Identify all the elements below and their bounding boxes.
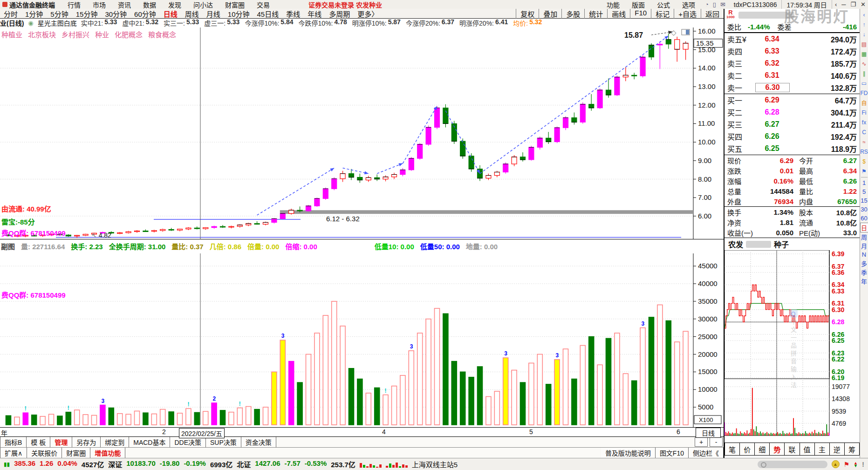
toolbar-button-扩展∧[interactable]: 扩展∧ <box>0 448 27 458</box>
menu-item-交易[interactable]: 交易 <box>251 0 276 9</box>
menu-item-功能[interactable]: 功能 <box>601 0 626 9</box>
edge-period-30[interactable]: 30 <box>861 205 868 214</box>
edge-icon-1[interactable]: ↑ <box>860 20 868 29</box>
concept-tag-种业[interactable]: 种业 <box>95 29 109 39</box>
period-tab-多周期[interactable]: 多周期 <box>325 9 354 19</box>
chart-tool-多股[interactable]: 多股 <box>561 9 584 19</box>
menu-item-版面[interactable]: 版面 <box>626 0 651 9</box>
edge-icon-14[interactable]: RS <box>860 147 868 157</box>
quote-tab-价[interactable]: 价 <box>740 443 755 456</box>
volume-chart[interactable]: 4500040000350003000025000200001500010000… <box>0 253 724 427</box>
edge-icon-11[interactable]: fx <box>860 117 868 127</box>
edge-period-60[interactable]: 60 <box>861 214 868 223</box>
edge-icon-7[interactable]: ▭ <box>860 78 868 88</box>
menu-item-数据[interactable]: 数据 <box>137 0 162 9</box>
period-tab-更多〉[interactable]: 更多〉 <box>354 9 382 19</box>
period-tab-分时[interactable]: 分时 <box>0 9 21 19</box>
edge-icon-13[interactable]: ≈ <box>860 137 868 147</box>
chart-tool-F10[interactable]: F10 <box>630 9 651 19</box>
edge-icon-10[interactable]: Fi <box>860 108 868 117</box>
edge-icon-5[interactable]: ∿ <box>860 59 868 68</box>
toolbar-button-关联报价[interactable]: 关联报价 <box>27 448 62 458</box>
period-tab-10分钟[interactable]: 10分钟 <box>224 9 253 19</box>
concept-tag-化肥概念[interactable]: 化肥概念 <box>115 29 143 39</box>
period-tab-年线[interactable]: 年线 <box>304 9 325 19</box>
toolbar-button-另存为[interactable]: 另存为 <box>72 437 101 447</box>
chart-tool-复权[interactable]: 复权 <box>516 9 539 19</box>
quote-tab-筹[interactable]: 筹 <box>845 443 860 456</box>
edge-period-周[interactable]: 周 <box>861 232 868 241</box>
chart-tool-画线[interactable]: 画线 <box>607 9 630 19</box>
menubar-icon-2[interactable]: ✉ <box>720 1 725 8</box>
toolbar-button-MACD基本[interactable]: MACD基本 <box>129 437 170 447</box>
quote-tab-联[interactable]: 联 <box>785 443 800 456</box>
edge-period-年[interactable]: 年 <box>861 277 868 286</box>
chart-tool-返回[interactable]: 返回 <box>701 9 724 19</box>
menu-item-问小达[interactable]: 问小达 <box>187 0 219 9</box>
concept-tag-乡村振兴[interactable]: 乡村振兴 <box>62 29 89 39</box>
candlestick-chart[interactable]: 6.12 - 6.3215.87◇16.0015.0014.0013.0012.… <box>0 27 724 239</box>
edge-icon-2[interactable]: ↓ <box>860 29 868 39</box>
period-tab-30分钟[interactable]: 30分钟 <box>101 9 130 19</box>
concept-tag-粮食概念[interactable]: 粮食概念 <box>148 29 176 39</box>
quote-tab-笔[interactable]: 笔 <box>724 443 740 456</box>
volume-pane[interactable]: 费QQ群: 678150499 450004000035000300002500… <box>0 253 724 427</box>
toolbar-button-指标B[interactable]: 指标B <box>0 437 27 447</box>
menu-item-行情[interactable]: 行情 <box>62 0 87 9</box>
toolbar-button-DDE决策[interactable]: DDE决策 <box>170 437 206 447</box>
menu-item-市场[interactable]: 市场 <box>87 0 112 9</box>
toolbar-button-增值功能[interactable]: 增值功能 <box>90 448 125 458</box>
maximize-button[interactable]: ❐ <box>850 1 856 8</box>
concept-tag-北京板块[interactable]: 北京板块 <box>28 29 56 39</box>
edge-period-15[interactable]: 15 <box>861 196 868 205</box>
edge-icon-16[interactable]: ⚑ <box>860 166 868 176</box>
edge-icon-9[interactable]: 自 <box>860 98 868 108</box>
search-input[interactable] <box>758 461 827 468</box>
toolbar-button-绑定到[interactable]: 绑定到 <box>101 437 129 447</box>
edge-icon-12[interactable]: C <box>860 127 868 137</box>
edge-period-N[interactable]: N <box>861 250 868 259</box>
quote-tab-细[interactable]: 细 <box>755 443 770 456</box>
edge-icon-4[interactable]: ▦ <box>860 49 868 59</box>
period-tab-45日线[interactable]: 45日线 <box>253 9 283 19</box>
period-tab-1分钟[interactable]: 1分钟 <box>21 9 47 19</box>
updown-icon[interactable]: ▲▼ <box>854 462 858 467</box>
edge-icon-8[interactable]: FD <box>860 88 868 98</box>
flag-icon[interactable]: ⚑ <box>844 461 850 468</box>
toolbar-button-财富圈[interactable]: 财富圈 <box>62 448 90 458</box>
period-box[interactable]: 日线 <box>696 428 721 438</box>
period-tab-60分钟[interactable]: 60分钟 <box>130 9 160 19</box>
toolbar-button-管理[interactable]: 管理 <box>50 437 72 447</box>
indicator-dropdown-icon[interactable]: ◉ <box>28 20 33 27</box>
notice-icon[interactable]: ! <box>862 460 864 468</box>
toolbar-button-侧边栏《[interactable]: 侧边栏《 <box>689 448 724 458</box>
collapse-button[interactable]: ‹ <box>835 1 837 8</box>
menu-item-公式[interactable]: 公式 <box>651 0 676 9</box>
menubar-icon-0[interactable]: ◔ <box>705 1 709 8</box>
toolbar-button-模 板[interactable]: 模 板 <box>27 437 50 447</box>
toolbar-button-SUP决策[interactable]: SUP决策 <box>206 437 241 447</box>
server-name[interactable]: 上海双线主站5 <box>412 459 458 469</box>
quote-tab-逆[interactable]: 逆 <box>830 443 845 456</box>
quote-tab-主[interactable]: 主 <box>815 443 830 456</box>
menu-item-财富圈[interactable]: 财富圈 <box>219 0 251 9</box>
period-tab-日线[interactable]: 日线 <box>160 9 181 19</box>
concept-tag-种植业[interactable]: 种植业 <box>1 29 22 39</box>
period-tab-15分钟[interactable]: 15分钟 <box>72 9 102 19</box>
menubar-icon-1[interactable]: ▯ <box>713 1 716 8</box>
zoom-in-button[interactable]: + <box>695 437 708 447</box>
main-candlestick-pane[interactable]: 种植业北京板块乡村振兴种业化肥概念粮食概念 ↖ 4.82 6.12 - 6.32… <box>0 27 724 239</box>
close-button[interactable]: ✕ <box>861 1 866 8</box>
period-tab-季线[interactable]: 季线 <box>282 9 304 19</box>
toolbar-button-资金决策[interactable]: 资金决策 <box>241 437 276 447</box>
edge-period-多[interactable]: 多 <box>861 259 868 268</box>
coin-icon[interactable]: ▲ <box>832 460 840 468</box>
menu-item-选项[interactable]: 选项 <box>676 0 701 9</box>
edge-icon-3[interactable]: ▤ <box>860 39 868 49</box>
menu-item-发现[interactable]: 发现 <box>162 0 187 9</box>
toolbar-button-图文F10[interactable]: 图文F10 <box>656 448 689 458</box>
chart-tool-统计[interactable]: 统计 <box>584 9 607 19</box>
zoom-out-button[interactable]: - <box>710 437 723 447</box>
chart-tool-标记[interactable]: 标记 <box>651 9 674 19</box>
period-tab-5分钟[interactable]: 5分钟 <box>47 9 72 19</box>
